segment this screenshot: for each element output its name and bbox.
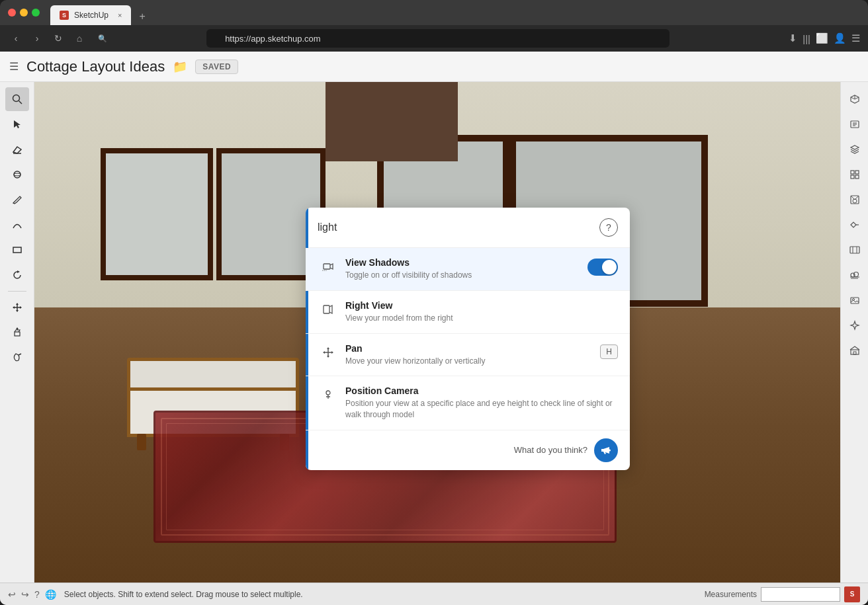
help-button[interactable]: ? [599, 218, 618, 237]
right-toolbar [840, 82, 868, 583]
warehouse-icon [849, 345, 860, 356]
address-bar-wrap: 🔍 [93, 29, 783, 48]
measurements-area: Measurements S [705, 586, 860, 602]
paint-tool-button[interactable] [5, 346, 29, 370]
components-button[interactable] [843, 163, 867, 186]
svg-line-1 [19, 101, 22, 104]
position-camera-title: Position Camera [345, 385, 618, 396]
svg-rect-20 [851, 171, 854, 174]
pan-icon [320, 344, 336, 360]
position-camera-desc: Position your view at a specific place a… [345, 398, 618, 421]
browser-window: S SketchUp × + ‹ › ↻ ⌂ 🔍 ⬇ ||| ⬜ 👤 ☰ ☰ [0, 0, 868, 605]
browser-tabs: S SketchUp × + [50, 0, 151, 25]
tab-close-button[interactable]: × [118, 11, 122, 19]
view-shadows-title: View Shadows [345, 257, 578, 268]
entity-info-button[interactable] [843, 112, 867, 136]
right-view-icon [320, 302, 336, 317]
pan-desc: Move your view horizontally or verticall… [345, 356, 591, 367]
svg-point-4 [14, 173, 21, 176]
pencil-icon [12, 194, 22, 205]
orbit-tool-button[interactable] [5, 163, 29, 186]
svg-rect-21 [855, 171, 859, 174]
scenes-icon [849, 245, 860, 255]
project-title: Cottage Layout Ideas [26, 58, 165, 75]
feedback-button[interactable] [594, 438, 618, 462]
photo-textures-icon [849, 295, 860, 305]
search-tool-button[interactable] [5, 87, 29, 111]
pencil-tool-button[interactable] [5, 188, 29, 212]
close-traffic-light[interactable] [8, 9, 16, 17]
browser-actions: ⬇ ||| ⬜ 👤 ☰ [789, 32, 860, 44]
eraser-tool-button[interactable] [5, 138, 29, 161]
solid-tools-button[interactable] [843, 87, 867, 111]
push-pull-tool-button[interactable] [5, 321, 29, 344]
forward-button[interactable]: › [29, 30, 45, 46]
hamburger-button[interactable]: ☰ [9, 60, 19, 73]
pan-content: Pan Move your view horizontally or verti… [345, 343, 591, 367]
account-icon[interactable]: 👤 [834, 32, 846, 44]
address-input[interactable] [206, 29, 670, 48]
position-camera-item[interactable]: Position Camera Position your view at a … [306, 376, 630, 430]
info-panel-icon [849, 119, 860, 130]
select-tool-button[interactable] [5, 112, 29, 136]
arc-tool-button[interactable] [5, 213, 29, 237]
photo-textures-button[interactable] [843, 288, 867, 312]
search-icon [11, 93, 23, 105]
download-icon[interactable]: ⬇ [789, 32, 797, 44]
generate-button[interactable] [843, 313, 867, 337]
layers-icon [849, 144, 860, 155]
status-bar: ↩ ↪ ? 🌐 Select objects. Shift to extend … [0, 583, 868, 605]
viewport[interactable]: light ? [34, 82, 840, 583]
layers-button[interactable] [843, 138, 867, 161]
refresh-button[interactable]: ↻ [50, 30, 66, 46]
svg-rect-22 [851, 175, 854, 179]
home-button[interactable]: ⌂ [71, 30, 87, 46]
styles-button[interactable] [843, 213, 867, 237]
svg-rect-33 [851, 298, 859, 303]
svg-point-15 [609, 449, 611, 451]
active-tab[interactable]: S SketchUp × [50, 5, 131, 25]
svg-rect-23 [855, 175, 859, 179]
view-shadows-item[interactable]: View Shadows Toggle on or off visibility… [306, 248, 630, 291]
fog-button[interactable] [843, 263, 867, 287]
right-view-desc: View your model from the right [345, 313, 618, 324]
measurements-label: Measurements [705, 590, 757, 599]
svg-rect-9 [324, 264, 330, 269]
position-camera-content: Position Camera Position your view at a … [345, 385, 618, 421]
menu-icon[interactable]: ☰ [851, 32, 860, 44]
status-icons: ↩ ↪ ? 🌐 [8, 589, 56, 600]
fullscreen-traffic-light[interactable] [32, 9, 40, 17]
megaphone-icon [600, 444, 612, 456]
rotate-tool-button[interactable] [5, 263, 29, 287]
materials-button[interactable] [843, 188, 867, 212]
fog-icon [849, 270, 860, 280]
pan-title: Pan [345, 343, 591, 354]
position-camera-icon [320, 387, 336, 403]
toggle-switch[interactable] [587, 259, 618, 276]
back-button[interactable]: ‹ [8, 30, 24, 46]
view-shadows-desc: Toggle on or off visibility of shadows [345, 270, 578, 281]
main-content: light ? [0, 82, 868, 583]
minimize-traffic-light[interactable] [20, 9, 28, 17]
redo-icon[interactable]: ↪ [21, 589, 29, 600]
bookmarks-icon[interactable]: ||| [803, 33, 810, 44]
undo-icon[interactable]: ↩ [8, 589, 16, 600]
location-icon[interactable]: 🌐 [45, 589, 56, 600]
tab-view-icon[interactable]: ⬜ [816, 32, 828, 44]
cursor-icon [12, 119, 22, 130]
new-tab-button[interactable]: + [134, 8, 150, 25]
view-shadows-toggle[interactable] [587, 259, 618, 276]
sketchup-logo: S [844, 586, 860, 602]
extension-warehouse-button[interactable] [843, 339, 867, 362]
right-view-item[interactable]: Right View View your model from the righ… [306, 291, 630, 334]
rect-tool-button[interactable] [5, 238, 29, 262]
pan-item[interactable]: Pan Move your view horizontally or verti… [306, 334, 630, 377]
toolbar-separator-1 [8, 291, 26, 292]
measurements-input[interactable] [761, 587, 840, 602]
move-tool-button[interactable] [5, 296, 29, 319]
search-query-text[interactable]: light [318, 222, 599, 233]
help-status-icon[interactable]: ? [34, 589, 40, 600]
scenes-button[interactable] [843, 238, 867, 262]
folder-icon[interactable]: 📁 [173, 60, 187, 74]
right-view-content: Right View View your model from the righ… [345, 300, 618, 324]
